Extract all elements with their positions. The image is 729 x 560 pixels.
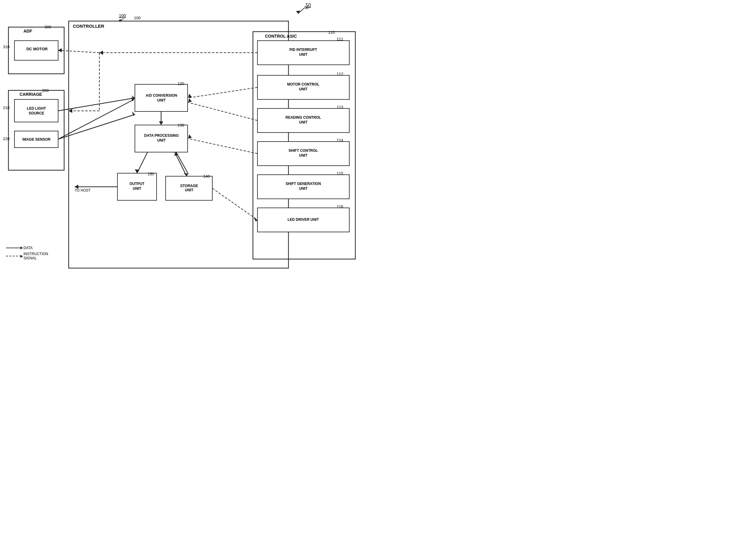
svg-line-40 — [188, 102, 258, 120]
legend-instruction-label: INSTRUCTIONSIGNAL — [23, 252, 48, 260]
svg-line-27 — [176, 152, 188, 174]
carriage-label: CARRIAGE — [20, 92, 42, 97]
ref-115: 115 — [337, 171, 343, 176]
svg-marker-18 — [132, 111, 135, 116]
legend-data-line — [6, 248, 21, 248]
svg-marker-28 — [174, 152, 178, 156]
ref-220: 220 — [3, 136, 10, 141]
ref-114: 114 — [337, 138, 343, 142]
ref-110: 110 — [328, 30, 335, 35]
to-host-label: TO HOST — [75, 188, 91, 192]
svg-marker-37 — [69, 109, 72, 113]
svg-marker-32 — [99, 51, 103, 55]
ref-210: 210 — [3, 105, 10, 110]
svg-line-42 — [188, 139, 258, 154]
shift-control-label: SHIFT CONTROLUNIT — [258, 142, 348, 164]
ad-conversion-label: A/D CONVERSIONUNIT — [136, 86, 187, 111]
svg-line-46 — [58, 98, 135, 111]
svg-marker-20 — [131, 97, 134, 102]
pid-interrupt-label: PID INTERRUPTUNIT — [258, 42, 348, 63]
svg-marker-47 — [132, 95, 135, 100]
ref-300: 300 — [45, 25, 51, 29]
svg-text:50: 50 — [306, 3, 311, 8]
svg-marker-39 — [188, 94, 192, 98]
ref-200: 200 — [42, 88, 49, 93]
svg-line-38 — [188, 87, 258, 98]
svg-line-17 — [58, 114, 135, 139]
legend: DATA INSTRUCTIONSIGNAL — [6, 246, 48, 262]
ref-100-svg: 100 — [117, 13, 142, 23]
svg-text:100: 100 — [119, 13, 126, 18]
svg-line-23 — [137, 152, 148, 173]
svg-marker-22 — [159, 121, 163, 125]
image-sensor-label: IMAGE SENSOR — [16, 132, 57, 147]
legend-instruction: INSTRUCTIONSIGNAL — [6, 252, 48, 260]
control-asic-label: CONTROL ASIC — [265, 34, 297, 39]
svg-line-44 — [212, 188, 258, 220]
legend-data: DATA — [6, 246, 48, 250]
svg-marker-45 — [254, 218, 258, 222]
ref-116: 116 — [337, 204, 343, 209]
data-processing-label: DATA PROCESSINGUNIT — [136, 126, 187, 151]
ref-113: 113 — [337, 105, 343, 109]
svg-marker-34 — [58, 48, 62, 52]
led-driver-label: LED DRIVER UNIT — [258, 209, 348, 230]
diagram: 50 100 CONTROLLER ADF 300 310 DC MOTOR C… — [0, 0, 364, 280]
svg-line-25 — [175, 152, 187, 176]
legend-data-label: DATA — [23, 246, 33, 250]
svg-marker-24 — [135, 169, 139, 173]
svg-marker-41 — [188, 98, 192, 102]
ref-310: 310 — [3, 45, 10, 49]
motor-control-label: MOTOR CONTROLUNIT — [258, 76, 348, 98]
dc-motor-label: DC MOTOR — [20, 47, 54, 51]
shift-generation-label: SHIFT GENERATIONUNIT — [258, 176, 348, 197]
output-unit-label: OUTPUTUNIT — [119, 174, 155, 199]
adf-label: ADF — [23, 29, 32, 33]
reading-control-label: READING CONTROLUNIT — [258, 109, 348, 131]
storage-unit-label: STORAGEUNIT — [167, 177, 211, 199]
led-light-source-label: LED LIGHTSOURCE — [16, 101, 57, 121]
svg-marker-26 — [184, 173, 188, 176]
svg-marker-43 — [188, 134, 192, 139]
ref-120: 120 — [178, 81, 184, 86]
controller-label: CONTROLLER — [73, 23, 104, 29]
ref-112: 112 — [337, 72, 343, 76]
ref-50-svg: 50 — [294, 2, 318, 17]
legend-instruction-line — [6, 256, 21, 256]
svg-line-33 — [58, 50, 99, 53]
ref-111: 111 — [337, 37, 343, 41]
svg-line-19 — [58, 99, 134, 139]
